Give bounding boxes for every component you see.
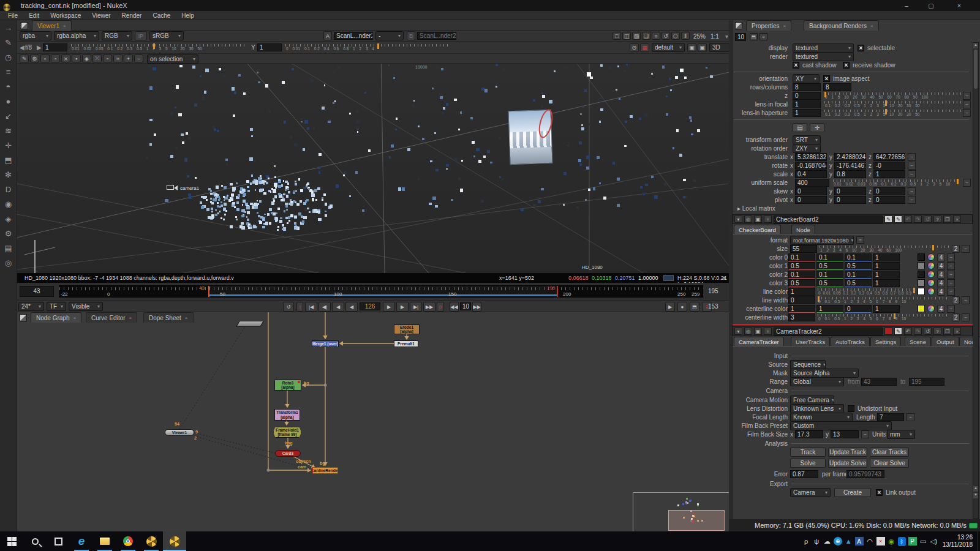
tab-output[interactable]: Output [932, 337, 959, 346]
columns-field[interactable]: 8 [823, 83, 851, 91]
pause-icon[interactable]: ‖ [681, 32, 690, 40]
tracker-settings-gear-icon[interactable]: ⚙ [30, 54, 39, 62]
step-back-button[interactable]: ◀ [332, 302, 344, 312]
selection-mode-dropdown[interactable]: on selection [147, 54, 198, 64]
tab-cameratracker[interactable]: CameraTracker [734, 337, 784, 346]
track-delete-icon[interactable]: ⨯ [61, 54, 70, 62]
color2-wheel-icon[interactable] [927, 271, 935, 278]
float-icon[interactable]: ❐ [943, 328, 951, 335]
color2-g-field[interactable]: 0.1 [816, 271, 843, 279]
gamma-field[interactable]: 1 [257, 43, 282, 51]
tab-node-graph[interactable]: Node Graph× [31, 312, 81, 323]
goto-end-button[interactable]: ▶▶ [423, 302, 435, 312]
lay​out-pane-icon[interactable]: ◫ [622, 32, 631, 40]
track-diamond-icon[interactable]: ◈ [82, 54, 91, 62]
out-marker[interactable] [557, 286, 558, 297]
render-dropdown[interactable]: textured [793, 52, 854, 61]
rotate-y-field[interactable]: -176.41467 [834, 162, 866, 170]
menu-viewer[interactable]: Viewer [86, 12, 116, 19]
checkerboard-panel-header[interactable]: ▾ ◎ ▣ ♀ CheckerBoard2 ✎ ✎ ↶ ↷ ↺ ? ❐ × [733, 214, 973, 224]
track-box-icon[interactable]: ▪ [72, 54, 81, 62]
receive-shadow-checkbox[interactable]: × [843, 62, 850, 69]
line-color-chan-button[interactable]: 4 [937, 288, 945, 296]
menu-cache[interactable]: Cache [147, 12, 176, 19]
p-app-tray-icon[interactable]: P [908, 537, 917, 545]
color-node-icon[interactable]: ◓ [0, 79, 17, 94]
color3-a-field[interactable]: 1 [873, 279, 900, 287]
maximize-button[interactable]: ▢ [919, 0, 943, 11]
node-transform1[interactable]: Transform1[alpha] [274, 409, 300, 421]
input-b-field[interactable]: ScanL..nder2 [417, 32, 456, 40]
track-button[interactable]: Track [790, 448, 826, 457]
centerline-chan-button[interactable]: 4 [937, 305, 945, 313]
axis-gizmo-button[interactable]: ✛ [810, 123, 824, 132]
keyer-node-icon[interactable]: ↙ [0, 108, 17, 123]
frame-increment-icon[interactable]: ▶▶ [472, 302, 481, 312]
centerline-width-dim-button[interactable]: 2 [952, 313, 960, 321]
translate-curve-button[interactable]: ~ [908, 153, 916, 161]
color0-g-field[interactable]: 0.1 [816, 253, 843, 261]
color1-b-field[interactable]: 0.5 [845, 262, 872, 270]
film-back-x-field[interactable]: 17.3 [795, 430, 823, 438]
redo-icon[interactable]: ↷ [914, 216, 922, 223]
camera-glyph-icon[interactable] [167, 185, 174, 190]
status-arrow-icon[interactable]: ▾ [723, 275, 726, 281]
close-panel-icon[interactable]: × [953, 328, 961, 335]
flipbook-icon[interactable]: ▣ [754, 216, 762, 223]
layout-single-icon[interactable]: □ [612, 32, 621, 40]
length-curve-button[interactable]: ~ [907, 413, 914, 421]
skew-x-field[interactable]: 0 [795, 187, 827, 195]
line-color-slider[interactable]: 0 0.01 0.05 0.1 0.2 0.3 0.4 0.5 0.6 0.7 … [818, 288, 914, 296]
color3-curve-button[interactable]: ~ [947, 279, 955, 287]
camera-b-icon[interactable]: ▣ [698, 43, 707, 52]
centerline-width-slider[interactable]: 0 0.1 0.5 1 2 3 4 5 6 7 8 9 10 [818, 313, 949, 321]
format-eq-button[interactable]: = [856, 236, 864, 244]
line-color-field[interactable]: 1 [788, 288, 815, 296]
rotate-curve-button[interactable]: ~ [908, 162, 916, 170]
line-color-swatch[interactable] [918, 288, 925, 295]
gain-slider[interactable]: 0.01 0.02 0.05 0.1 0.2 0.3 0.5 1 2 3 5 1… [71, 43, 246, 52]
z-slider[interactable]: 0 1 5 10 20 30 40 50 60 70 80 90 100 [824, 92, 962, 100]
clipboard-button[interactable]: ▤ [793, 123, 807, 132]
size-dim-button[interactable]: 2 [952, 245, 960, 253]
center-icon[interactable]: ◎ [744, 328, 752, 335]
usb-tray-icon[interactable]: ψ [812, 536, 822, 547]
people-tray-icon[interactable]: ρ [801, 536, 812, 547]
goto-start-button[interactable]: |◀ [305, 302, 317, 312]
time-node-icon[interactable]: ◷ [0, 50, 17, 64]
z-field[interactable]: 0 [793, 92, 821, 100]
pane-menu-icon[interactable] [20, 314, 27, 321]
track-point-icon[interactable]: ▫ [103, 54, 112, 62]
in-flag-button[interactable]: I [296, 302, 303, 312]
tab-settings[interactable]: Settings [870, 337, 901, 346]
lut-dropdown[interactable]: sRGB [149, 31, 184, 40]
viewer-settings-arrow-icon[interactable]: ▾ [725, 33, 728, 40]
node-viewer1[interactable]: Viewer1 [165, 429, 194, 436]
size-field[interactable]: 55 [790, 245, 817, 253]
step-forward-button[interactable]: ▶ [396, 302, 409, 312]
color1-g-field[interactable]: 0.5 [816, 262, 843, 270]
gain-next-icon[interactable]: ▶ [37, 44, 42, 51]
frame-increment-field[interactable]: 10 [460, 302, 471, 310]
zoom-level[interactable]: 25% [693, 33, 706, 40]
color2-r-field[interactable]: 0.1 [788, 271, 815, 279]
ab-mode-dropdown[interactable]: - [375, 31, 404, 40]
undo-icon[interactable]: ↶ [904, 216, 912, 223]
tf-dropdown[interactable]: TF [47, 302, 66, 311]
volume-tray-icon[interactable]: ◁) [929, 536, 939, 547]
color3-r-field[interactable]: 0.5 [788, 279, 815, 287]
chrome-icon[interactable] [116, 531, 140, 551]
centerline-a-field[interactable]: 1 [873, 305, 900, 313]
help-icon[interactable]: ? [933, 216, 941, 223]
close-panel-icon[interactable]: × [953, 216, 961, 223]
onedrive-tray-icon[interactable]: ☁ [822, 536, 832, 547]
film-back-preset-dropdown[interactable]: Custom [790, 421, 892, 430]
node-card3[interactable]: Card3 [275, 450, 301, 457]
node-graph[interactable]: Node Graph× Curve Editor× Dope Sheet× Er… [17, 312, 729, 531]
skew-y-field[interactable]: 0 [834, 187, 866, 195]
tab-dope-sheet[interactable]: Dope Sheet× [143, 312, 194, 323]
views-node-icon[interactable]: ◉ [0, 197, 17, 211]
layer-dropdown[interactable]: rgba.alpha [54, 31, 99, 40]
color0-b-field[interactable]: 0.1 [845, 253, 872, 261]
visible-dropdown[interactable]: Visible [69, 302, 103, 311]
